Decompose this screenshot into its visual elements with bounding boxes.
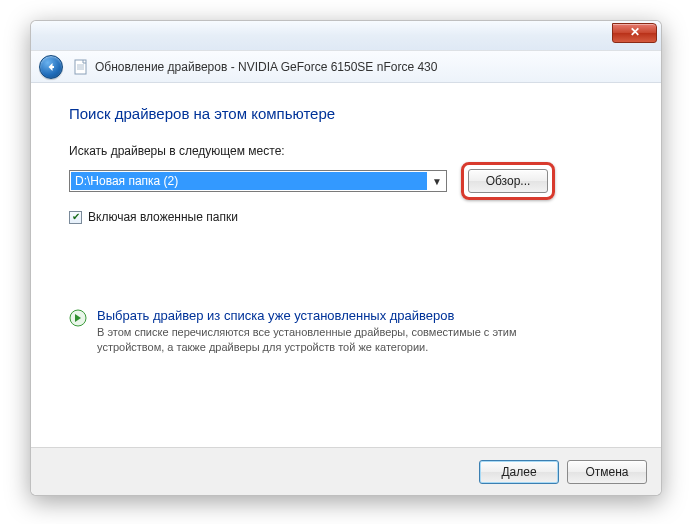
back-button[interactable] (39, 55, 63, 79)
browse-button-highlight: Обзор... (461, 162, 555, 200)
next-button[interactable]: Далее (479, 460, 559, 484)
search-location-label: Искать драйверы в следующем месте: (69, 144, 623, 158)
checkmark-icon: ✔ (72, 212, 80, 222)
close-icon: ✕ (630, 25, 640, 39)
arrow-right-icon (69, 309, 87, 327)
toolbar: Обновление драйверов - NVIDIA GeForce 61… (31, 51, 661, 83)
option-description: В этом списке перечисляются все установл… (97, 325, 577, 355)
titlebar: ✕ (31, 21, 661, 51)
include-subfolders-checkbox[interactable]: ✔ (69, 211, 82, 224)
option-text-block: Выбрать драйвер из списка уже установлен… (97, 308, 577, 355)
path-combobox[interactable]: D:\Новая папка (2) ▼ (69, 170, 447, 192)
close-button[interactable]: ✕ (612, 23, 657, 43)
window-title: Обновление драйверов - NVIDIA GeForce 61… (95, 60, 437, 74)
content-area: Поиск драйверов на этом компьютере Искат… (31, 83, 661, 443)
path-row: D:\Новая папка (2) ▼ Обзор... (69, 162, 623, 200)
path-value: D:\Новая папка (2) (71, 172, 427, 190)
cancel-button[interactable]: Отмена (567, 460, 647, 484)
pick-from-list-option[interactable]: Выбрать драйвер из списка уже установлен… (69, 304, 623, 359)
include-subfolders-row: ✔ Включая вложенные папки (69, 210, 623, 224)
page-heading: Поиск драйверов на этом компьютере (69, 105, 623, 122)
footer: Далее Отмена (31, 447, 661, 495)
arrow-left-icon (45, 61, 57, 73)
chevron-down-icon[interactable]: ▼ (428, 176, 446, 187)
document-icon (73, 59, 89, 75)
include-subfolders-label: Включая вложенные папки (88, 210, 238, 224)
option-title: Выбрать драйвер из списка уже установлен… (97, 308, 577, 323)
dialog-window: ✕ Обновление драйверов - NVIDIA GeForce … (30, 20, 662, 496)
browse-button[interactable]: Обзор... (468, 169, 548, 193)
